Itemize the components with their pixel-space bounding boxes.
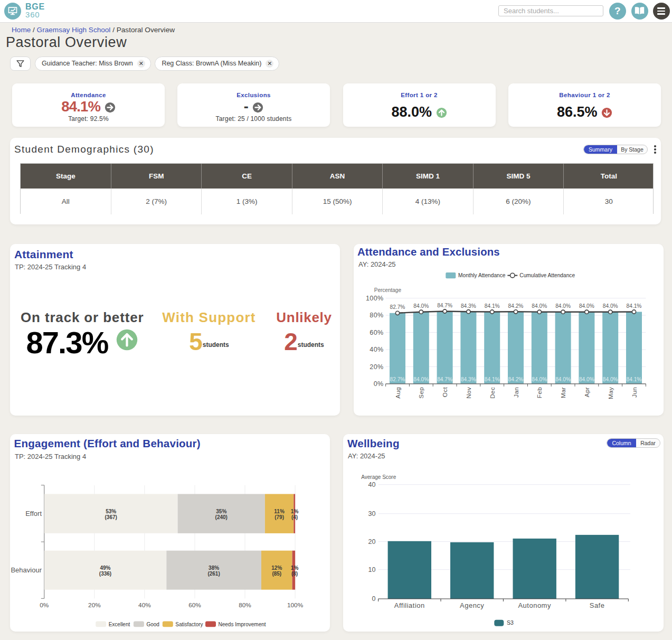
svg-text:Good: Good — [146, 622, 159, 627]
svg-text:Safe: Safe — [590, 601, 605, 609]
svg-text:49%: 49% — [100, 565, 110, 571]
svg-text:20%: 20% — [88, 601, 101, 609]
svg-text:1%: 1% — [291, 509, 299, 514]
svg-text:84.0%: 84.0% — [555, 377, 571, 382]
svg-text:84.3%: 84.3% — [461, 303, 476, 308]
svg-text:Jun: Jun — [631, 387, 638, 397]
svg-text:Nov: Nov — [465, 387, 472, 398]
svg-text:84.2%: 84.2% — [508, 377, 524, 382]
svg-text:(240): (240) — [215, 514, 228, 520]
svg-text:84.7%: 84.7% — [437, 377, 452, 382]
svg-text:0: 0 — [372, 595, 376, 603]
svg-text:84.1%: 84.1% — [627, 303, 642, 309]
svg-text:Apr: Apr — [583, 387, 591, 397]
svg-text:Percentage: Percentage — [374, 287, 402, 293]
svg-text:Agency: Agency — [460, 601, 484, 609]
svg-text:Mar: Mar — [560, 387, 567, 398]
svg-text:84.0%: 84.0% — [555, 303, 571, 309]
svg-text:20%: 20% — [370, 363, 383, 370]
svg-text:80%: 80% — [370, 312, 383, 319]
svg-text:0%: 0% — [374, 380, 384, 388]
svg-text:84.0%: 84.0% — [579, 377, 594, 382]
svg-text:Dec: Dec — [489, 387, 496, 398]
svg-text:(85): (85) — [272, 571, 281, 577]
svg-text:(4): (4) — [291, 514, 298, 520]
svg-text:11%: 11% — [274, 509, 285, 514]
svg-text:100%: 100% — [287, 601, 304, 609]
svg-text:Monthly Attendance: Monthly Attendance — [458, 272, 506, 278]
svg-text:May: May — [607, 387, 614, 399]
svg-text:12%: 12% — [271, 565, 282, 571]
svg-text:20: 20 — [368, 538, 376, 545]
svg-text:35%: 35% — [216, 509, 226, 514]
svg-text:(367): (367) — [105, 514, 117, 520]
svg-text:84.1%: 84.1% — [485, 377, 500, 382]
svg-text:80%: 80% — [239, 601, 251, 609]
svg-text:(8): (8) — [291, 571, 298, 577]
svg-text:82.7%: 82.7% — [390, 304, 405, 310]
svg-text:84.0%: 84.0% — [413, 303, 429, 309]
svg-text:84.2%: 84.2% — [508, 303, 524, 308]
svg-text:30: 30 — [368, 510, 376, 517]
svg-text:84.0%: 84.0% — [579, 303, 594, 309]
svg-text:Sep: Sep — [418, 387, 425, 398]
svg-text:40: 40 — [368, 481, 376, 488]
svg-text:60%: 60% — [188, 601, 201, 609]
svg-text:84.7%: 84.7% — [437, 303, 452, 308]
svg-text:84.0%: 84.0% — [532, 303, 547, 309]
svg-text:Satisfactory: Satisfactory — [175, 622, 203, 627]
svg-text:(79): (79) — [275, 514, 284, 520]
svg-text:Needs Improvement: Needs Improvement — [219, 622, 266, 627]
svg-text:Behaviour: Behaviour — [11, 566, 42, 574]
svg-text:84.1%: 84.1% — [485, 303, 500, 309]
svg-text:84.0%: 84.0% — [603, 377, 618, 382]
svg-text:Autonomy: Autonomy — [518, 601, 551, 609]
svg-text:82.7%: 82.7% — [390, 377, 405, 382]
svg-text:S3: S3 — [507, 619, 514, 626]
svg-text:60%: 60% — [370, 328, 383, 336]
svg-text:Effort: Effort — [25, 510, 42, 517]
svg-text:40%: 40% — [138, 601, 151, 609]
svg-text:38%: 38% — [209, 565, 219, 571]
svg-text:84.1%: 84.1% — [627, 377, 642, 382]
svg-text:84.0%: 84.0% — [413, 377, 429, 382]
svg-text:Aug: Aug — [394, 387, 402, 398]
svg-text:1%: 1% — [291, 565, 299, 571]
svg-text:10: 10 — [368, 566, 376, 573]
svg-text:Average Score: Average Score — [361, 474, 396, 480]
svg-text:84.3%: 84.3% — [461, 377, 476, 382]
svg-text:Cumulative Attendance: Cumulative Attendance — [519, 272, 575, 278]
svg-text:40%: 40% — [370, 346, 383, 353]
svg-text:0%: 0% — [40, 601, 49, 609]
svg-text:Feb: Feb — [536, 387, 543, 398]
svg-text:100%: 100% — [366, 294, 384, 302]
svg-text:(261): (261) — [207, 571, 220, 577]
svg-text:84.0%: 84.0% — [603, 303, 618, 309]
svg-text:Affiliation: Affiliation — [394, 601, 425, 609]
svg-text:(336): (336) — [99, 571, 111, 577]
svg-text:Excellent: Excellent — [109, 622, 130, 627]
svg-text:Jan: Jan — [513, 387, 520, 397]
svg-text:53%: 53% — [106, 509, 116, 514]
svg-text:84.0%: 84.0% — [532, 377, 547, 382]
svg-text:Oct: Oct — [441, 387, 449, 397]
